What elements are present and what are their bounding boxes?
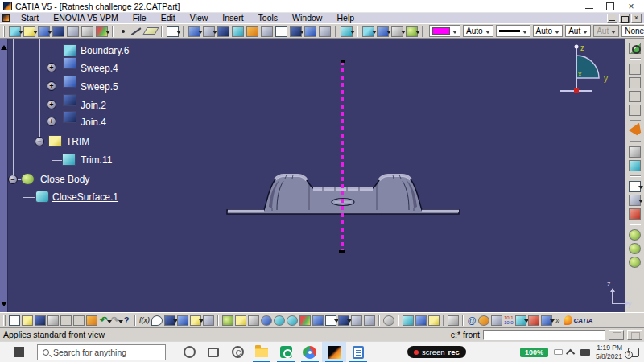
sphere-tool-icon[interactable] [629,229,641,241]
relations-icon[interactable] [177,315,188,326]
multiple-extract-icon[interactable] [275,26,287,37]
sweep-node-icon[interactable] [63,76,76,88]
menu-tools[interactable]: Tools [251,13,286,23]
swap-space-icon[interactable] [364,315,375,326]
render-style-dropdown[interactable]: None [621,25,644,37]
normal-view-icon[interactable] [299,315,311,326]
tree-item-sweep5[interactable]: Sweep.5 [80,81,118,93]
trim-node-icon[interactable] [48,135,62,147]
sweep-surface-icon[interactable] [96,26,108,37]
knowledge-icon[interactable] [528,315,539,326]
tree-scrollbar[interactable] [0,39,8,312]
translate-icon[interactable] [304,26,316,37]
tree-item-boundary6[interactable]: Boundary.6 [80,45,130,56]
menu-start[interactable]: Start [14,13,46,23]
formula-icon[interactable]: f(x) [139,315,150,326]
color-dropdown[interactable] [429,25,460,37]
trim11-node-icon[interactable] [62,154,76,166]
task-view-button[interactable] [201,342,225,362]
file-explorer-button[interactable] [250,342,274,362]
offset-surface-icon[interactable] [23,26,35,37]
tree-item-trim[interactable]: TRIM [66,136,89,147]
cylinder-surface-icon[interactable] [67,26,79,37]
calculator-icon[interactable] [164,315,175,326]
taskbar-search[interactable]: Search for anything [37,344,166,360]
split-icon[interactable] [217,26,229,37]
menu-edit[interactable]: Edit [154,13,183,23]
grid-icon[interactable] [391,26,403,37]
menu-enovia[interactable]: ENOVIA V5 VPM [46,13,126,23]
print-icon[interactable] [47,315,59,326]
toolbar-grip[interactable] [3,315,6,326]
lock-icon[interactable] [190,315,201,326]
zoom-in-icon[interactable] [274,315,285,326]
catalog-icon[interactable] [629,64,641,75]
catalog-icon[interactable] [629,105,641,116]
smart-pick-icon[interactable] [629,146,641,158]
sweep-node-icon[interactable] [63,57,76,69]
snap-to-point-icon[interactable] [406,26,418,37]
rotate-icon[interactable] [261,315,272,326]
expander-sweep5[interactable]: + [47,81,56,91]
join-icon[interactable] [188,26,200,37]
comment-bubble-icon[interactable] [151,315,163,326]
cortana-button[interactable] [177,342,201,362]
help-icon[interactable]: ? [122,315,131,326]
multi-view-icon[interactable] [312,315,324,326]
measure-inertia-icon[interactable] [428,315,440,326]
new-document-icon[interactable] [9,315,20,326]
dialog-button-1[interactable] [609,330,624,340]
menu-insert[interactable]: Insert [215,13,250,23]
update-icon[interactable] [362,26,374,37]
revolve-surface-icon[interactable] [38,26,50,37]
point-icon[interactable] [122,30,125,33]
part-box-icon[interactable] [515,315,526,326]
snap-points-icon[interactable] [629,181,641,192]
fly-mode-icon[interactable] [222,315,233,326]
menu-help[interactable]: Help [329,13,361,23]
sphere-tool-icon[interactable] [629,257,641,268]
menu-view[interactable]: View [183,13,216,23]
catalog-icon[interactable] [629,77,641,88]
render-style-icon[interactable] [338,315,349,326]
workbench-box-icon[interactable] [629,160,641,171]
tree-item-closesurface1[interactable]: CloseSurface.1 [52,191,118,203]
close-surface-node-icon[interactable] [35,191,49,203]
select-arrow-icon[interactable] [629,125,641,137]
close-body-node-icon[interactable] [21,173,35,185]
sphere-tool-icon[interactable] [629,243,641,254]
catia-task-button[interactable] [322,342,346,362]
mdi-minimize-button[interactable] [607,14,617,23]
tree-item-trim11[interactable]: Trim.11 [80,154,112,166]
command-input[interactable] [483,330,605,340]
boundary-icon[interactable] [246,26,258,37]
undo-icon[interactable]: ↶ [99,315,109,326]
extract-icon[interactable] [261,26,273,37]
apply-material-icon[interactable] [629,208,641,220]
zoom-out-icon[interactable] [287,315,298,326]
menu-file[interactable]: File [126,13,154,23]
minimize-button[interactable] [584,2,594,10]
settings-gear-icon[interactable] [629,43,641,54]
fill-surface-icon[interactable] [81,26,93,37]
pan-icon[interactable] [248,315,259,326]
layers-icon[interactable] [541,315,552,326]
hide-show-icon[interactable] [351,315,362,326]
line-mode-dropdown[interactable]: Auto [533,25,564,37]
close-button[interactable]: × [626,2,636,10]
fill-mode-dropdown[interactable]: Auto [463,25,493,37]
tree-item-join4[interactable]: Join.4 [80,117,106,128]
axis-tool-icon[interactable] [491,315,502,326]
axis-system-icon[interactable] [377,26,389,37]
cut-icon[interactable] [60,315,72,326]
dialog-button-2[interactable] [627,330,642,340]
sphere-surface-icon[interactable] [52,26,64,37]
screenrec-pill[interactable]: screenrec [407,346,466,358]
measure-between-icon[interactable] [402,315,414,326]
iso-view-icon[interactable] [325,315,336,326]
plane-icon[interactable] [142,27,159,35]
start-button[interactable] [0,342,37,362]
analysis-link-icon[interactable] [629,195,641,206]
save-icon[interactable] [35,315,46,326]
restore-button[interactable] [605,2,615,10]
